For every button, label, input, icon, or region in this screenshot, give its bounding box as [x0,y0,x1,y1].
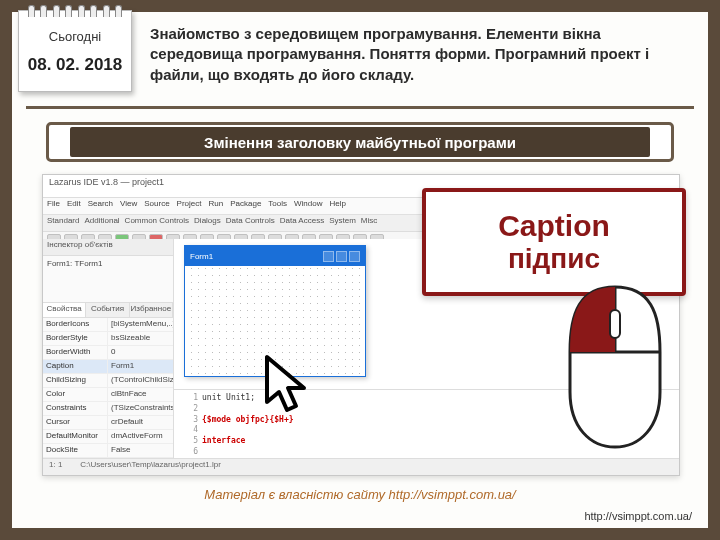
property-row[interactable]: BorderIcons[biSystemMenu,..] [43,318,173,332]
property-name: BorderStyle [43,332,108,345]
property-row[interactable]: DockSiteFalse [43,444,173,458]
menu-item[interactable]: Package [230,199,261,213]
form-caption: Form1 [190,252,213,261]
file-path: C:\Users\user\Temp\lazarus\project1.lpr [80,460,221,474]
menu-item[interactable]: File [47,199,60,213]
menu-item[interactable]: Search [88,199,113,213]
tab-events[interactable]: События [86,303,129,317]
property-value[interactable]: dmActiveForm [108,430,173,443]
menu-item[interactable]: Window [294,199,322,213]
date-card: Сьогодні 08. 02. 2018 [18,10,132,92]
property-value[interactable]: [biSystemMenu,..] [108,318,173,331]
property-value[interactable]: (TSizeConstraints) [108,402,173,415]
object-tree[interactable]: Form1: TForm1 [43,256,173,303]
menu-item[interactable]: Project [177,199,202,213]
palette-tab[interactable]: Data Access [280,216,324,230]
date-label: Сьогодні [19,29,131,44]
menu-item[interactable]: View [120,199,137,213]
form-grid[interactable] [185,262,365,376]
property-name: DefaultMonitor [43,430,108,443]
property-row[interactable]: ChildSizing(TControlChildSizing) [43,374,173,388]
property-name: BorderIcons [43,318,108,331]
menu-item[interactable]: Help [329,199,345,213]
divider [26,106,694,109]
property-name: Constraints [43,402,108,415]
footer-url: http://vsimppt.com.ua/ [584,510,692,522]
property-row[interactable]: CursorcrDefault [43,416,173,430]
property-row[interactable]: BorderStylebsSizeable [43,332,173,346]
tree-node[interactable]: Form1: TForm1 [47,259,102,268]
subtitle-text: Змінення заголовку майбутньої програми [70,127,650,157]
menu-item[interactable]: Run [209,199,224,213]
tab-properties[interactable]: Свойства [43,303,86,317]
property-row[interactable]: Constraints(TSizeConstraints) [43,402,173,416]
property-row[interactable]: DefaultMonitordmActiveForm [43,430,173,444]
tab-favorites[interactable]: Избранное [130,303,173,317]
property-row[interactable]: BorderWidth0 [43,346,173,360]
property-name: BorderWidth [43,346,108,359]
form-window[interactable]: Form1 [184,245,366,377]
palette-tab[interactable]: Standard [47,216,79,230]
window-buttons [323,251,360,262]
property-value[interactable]: False [108,444,173,457]
svg-rect-2 [610,310,620,338]
callout-line2: підпис [508,245,600,273]
property-value[interactable]: (TControlChildSizing) [108,374,173,387]
caption-callout: Caption підпис [422,188,686,296]
palette-tab[interactable]: Common Controls [125,216,189,230]
property-name: DockSite [43,444,108,457]
menu-item[interactable]: Edit [67,199,81,213]
property-row[interactable]: ColorclBtnFace [43,388,173,402]
menu-item[interactable]: Source [144,199,169,213]
palette-tab[interactable]: Additional [84,216,119,230]
palette-tab[interactable]: Data Controls [226,216,275,230]
ide-statusbar: 1: 1 C:\Users\user\Temp\lazarus\project1… [43,458,679,475]
mouse-icon [560,282,670,452]
property-value[interactable]: clBtnFace [108,388,173,401]
page-title: Знайомство з середовищем програмування. … [150,24,694,85]
palette-tab[interactable]: Misc [361,216,377,230]
property-name: ChildSizing [43,374,108,387]
date-value: 08. 02. 2018 [19,55,131,75]
callout-line1: Caption [498,211,610,241]
spiral-binding [19,5,131,17]
inspector-title: Інспектор об'єктів [43,239,173,256]
slide: Сьогодні 08. 02. 2018 Знайомство з серед… [0,0,720,540]
property-name: Caption [43,360,108,373]
object-inspector: Інспектор об'єктів Form1: TForm1 Свойств… [43,239,174,461]
property-value[interactable]: bsSizeable [108,332,173,345]
cursor-pos: 1: 1 [49,460,62,474]
min-icon[interactable] [323,251,334,262]
close-icon[interactable] [349,251,360,262]
property-value[interactable]: Form1 [108,360,173,373]
property-name: Color [43,388,108,401]
footer-owner: Матеріал є власністю сайту http://vsimpp… [12,487,708,502]
property-grid[interactable]: BorderIcons[biSystemMenu,..]BorderStyleb… [43,318,173,461]
property-row[interactable]: CaptionForm1 [43,360,173,374]
menu-item[interactable]: Tools [268,199,287,213]
palette-tab[interactable]: System [329,216,356,230]
inspector-tabs: Свойства События Избранное [43,303,173,318]
subtitle-bar: Змінення заголовку майбутньої програми [46,122,674,162]
property-value[interactable]: 0 [108,346,173,359]
property-value[interactable]: crDefault [108,416,173,429]
property-name: Cursor [43,416,108,429]
max-icon[interactable] [336,251,347,262]
palette-tab[interactable]: Dialogs [194,216,221,230]
